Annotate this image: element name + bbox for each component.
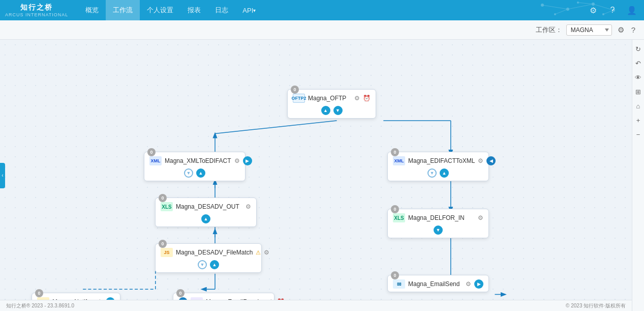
node-header-desadv-out: XLS Magna_DESADV_OUT ⚙ — [156, 198, 256, 214]
node-badge-desadv-filematch: 0 — [159, 240, 167, 248]
node-desadv-out: 0 XLS Magna_DESADV_OUT ⚙ ▲ — [155, 197, 257, 227]
delfor-in-icon: XLS — [393, 213, 405, 222]
node-name-desadv-filematch: Magna_DESADV_FileMatch — [176, 249, 253, 256]
node-name-desadv-out: Magna_DESADV_OUT — [176, 203, 242, 210]
node-name-edifact-xml: Magna_EDIFACTToXML — [408, 157, 475, 164]
nav-item-reports[interactable]: 报表 — [180, 0, 208, 20]
node-header-oftp: OFTP2 Magna_OFTP ⚙ ⏰ — [288, 90, 376, 106]
node-down-btn-xml-edifact[interactable]: ▼ — [184, 168, 193, 178]
oftp-icon: OFTP2 — [293, 94, 305, 103]
nav-item-settings[interactable]: 个人设置 — [140, 0, 180, 20]
nav-menu: 概览 工作流 个人设置 报表 日志 API — [78, 0, 586, 20]
workspace-select[interactable]: MAGNA DEFAULT — [566, 24, 612, 36]
svg-line-16 — [215, 121, 337, 133]
node-controls-oftp: ▲ ▼ — [321, 106, 343, 118]
left-panel-toggle[interactable]: ‹ — [0, 163, 5, 188]
node-gear-oftp[interactable]: ⚙ — [354, 95, 360, 102]
node-header-edifact-xml: XML Magna_EDIFACTToXML ⚙ ◀ — [388, 152, 488, 168]
node-down-btn-oftp[interactable]: ▼ — [333, 106, 343, 115]
node-badge-oftp: 0 — [291, 86, 299, 94]
nav-item-api[interactable]: API — [235, 0, 263, 20]
workspace-label: 工作区： — [536, 25, 562, 35]
settings-icon-btn[interactable]: ⚙ — [586, 3, 600, 17]
node-email-send: 0 ✉ Magna_EmailSend ⚙ ▶ — [387, 275, 489, 292]
node-header-email-send: ✉ Magna_EmailSend ⚙ ▶ — [388, 275, 488, 292]
node-header-desadv-filematch: JS Magna_DESADV_FileMatch ⚠ ⚙ — [156, 244, 261, 260]
desadv-out-icon: XLS — [161, 202, 173, 211]
side-tool-grid[interactable]: ⊞ — [633, 87, 643, 97]
email-send-icon: ✉ — [393, 279, 405, 289]
node-gear-xml-edifact[interactable]: ⚙ — [234, 157, 240, 164]
footer-right: © 2023 知行软件·版权所有 — [566, 302, 626, 309]
node-name-email-send: Magna_EmailSend — [408, 280, 463, 288]
node-left-arrow-edifact-xml[interactable]: ◀ — [486, 156, 496, 165]
flow-connections — [0, 40, 644, 311]
node-badge-xml-edifact: 0 — [147, 148, 156, 156]
node-badge-email-receive: 0 — [176, 289, 185, 297]
node-name-oftp: Magna_OFTP — [308, 95, 351, 102]
node-controls-xml-edifact: ▼ ▲ — [184, 168, 205, 181]
xml-edifact-icon: XML — [149, 156, 162, 165]
nav-right-actions: ⚙ ? 👤 — [586, 3, 639, 17]
logo: 知行之桥 ARCUS INTERNATIONAL — [5, 3, 68, 17]
user-icon-btn[interactable]: 👤 — [625, 3, 639, 17]
node-up-btn-desadv-filematch[interactable]: ▲ — [210, 260, 219, 269]
node-desadv-filematch: 0 JS Magna_DESADV_FileMatch ⚠ ⚙ ▼ ▲ — [155, 243, 262, 273]
side-tool-undo[interactable]: ↶ — [633, 58, 643, 68]
node-up-btn-oftp[interactable]: ▲ — [321, 106, 330, 115]
node-down-btn-desadv-filematch[interactable]: ▼ — [198, 260, 207, 269]
node-up-btn-xml-edifact[interactable]: ▲ — [196, 168, 205, 178]
node-badge-edifact-xml: 0 — [391, 148, 399, 156]
node-right-arrow-email-send[interactable]: ▶ — [474, 279, 483, 289]
side-tool-zoom-in[interactable]: + — [633, 115, 643, 125]
edifact-xml-icon: XML — [393, 156, 405, 165]
node-gear-desadv-filematch[interactable]: ⚙ — [264, 249, 269, 256]
node-header-xml-edifact: XML Magna_XMLToEDIFACT ⚙ ▶ — [144, 152, 245, 168]
node-timer-oftp[interactable]: ⏰ — [363, 95, 371, 102]
node-name-xml-edifact: Magna_XMLToEDIFACT — [165, 157, 231, 164]
side-tool-view[interactable]: 👁 — [633, 72, 643, 82]
node-name-delfor-in: Magna_DELFOR_IN — [408, 214, 475, 221]
node-badge-email-send: 0 — [391, 271, 399, 279]
side-tool-home[interactable]: ⌂ — [633, 101, 643, 111]
workspace-help-icon[interactable]: ? — [630, 24, 637, 36]
node-header-delfor-in: XLS Magna_DELFOR_IN ⚙ — [388, 209, 488, 225]
node-gear-desadv-out[interactable]: ⚙ — [246, 203, 251, 210]
node-down-btn-edifact-xml[interactable]: ▼ — [427, 168, 437, 178]
node-controls-desadv-out: ▲ — [201, 214, 210, 227]
node-xml-to-edifact: 0 XML Magna_XMLToEDIFACT ⚙ ▶ ▼ ▲ — [144, 152, 246, 181]
footer-left: 知行之桥® 2023 - 23.3.8691.0 — [6, 302, 74, 309]
side-tool-refresh[interactable]: ↻ — [633, 44, 643, 54]
logo-sub-text: ARCUS INTERNATIONAL — [5, 12, 68, 17]
node-up-btn-edifact-xml[interactable]: ▲ — [440, 168, 449, 178]
node-down-btn-delfor-in[interactable]: ▼ — [434, 225, 443, 235]
node-delfor-in: 0 XLS Magna_DELFOR_IN ⚙ ▼ — [387, 209, 489, 238]
node-gear-delfor-in[interactable]: ⚙ — [478, 214, 483, 221]
node-badge-notify: 0 — [35, 289, 43, 297]
node-gear-email-send[interactable]: ⚙ — [466, 280, 471, 288]
side-tool-zoom-out[interactable]: − — [633, 129, 643, 139]
help-icon-btn[interactable]: ? — [605, 3, 620, 17]
node-right-arrow-xml-edifact[interactable]: ▶ — [243, 156, 252, 165]
canvas-footer: 知行之桥® 2023 - 23.3.8691.0 © 2023 知行软件·版权所… — [0, 300, 632, 311]
nav-item-overview[interactable]: 概览 — [78, 0, 106, 20]
node-up-btn-desadv-out[interactable]: ▲ — [201, 214, 210, 223]
node-gear-edifact-xml[interactable]: ⚙ — [478, 157, 483, 164]
toolbar-row: 工作区： MAGNA DEFAULT ⚙ ? — [0, 20, 644, 40]
node-controls-delfor-in: ▼ — [434, 225, 443, 238]
node-controls-edifact-xml: ▼ ▲ — [427, 168, 449, 181]
workspace-settings-icon[interactable]: ⚙ — [616, 24, 626, 36]
node-controls-desadv-filematch: ▼ ▲ — [198, 260, 219, 272]
node-badge-desadv-out: 0 — [159, 194, 167, 202]
nav-item-workflow[interactable]: 工作流 — [106, 0, 140, 20]
desadv-filematch-icon: JS — [161, 248, 173, 257]
node-badge-delfor-in: 0 — [391, 205, 399, 213]
node-warning-filematch: ⚠ — [256, 249, 261, 256]
logo-main-text: 知行之桥 — [20, 3, 53, 12]
top-navigation: 知行之桥 ARCUS INTERNATIONAL 概览 工作流 个人设置 报表 … — [0, 0, 644, 20]
nav-item-logs[interactable]: 日志 — [208, 0, 235, 20]
node-magna-oftp: 0 OFTP2 Magna_OFTP ⚙ ⏰ ▲ ▼ — [287, 89, 376, 119]
side-toolbar: ↻ ↶ 👁 ⊞ ⌂ + − — [632, 40, 644, 311]
workflow-canvas: ‹ — [0, 40, 644, 311]
node-edifact-to-xml: 0 XML Magna_EDIFACTToXML ⚙ ◀ ▼ ▲ — [387, 152, 489, 181]
